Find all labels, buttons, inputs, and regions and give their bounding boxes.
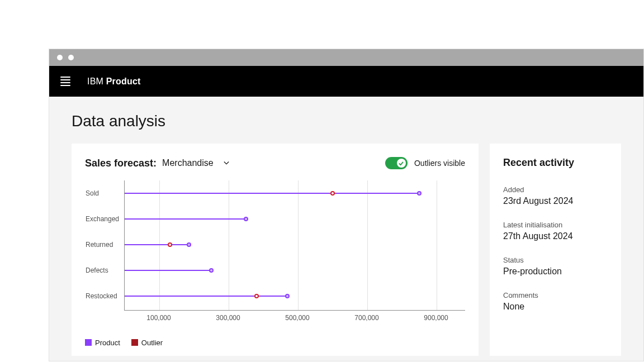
window-control-dot[interactable] bbox=[57, 55, 63, 60]
chart-row-label: Restocked bbox=[86, 292, 121, 300]
recent-field: Added 23rd August 2024 bbox=[503, 185, 608, 206]
chart-row-label: Exchanged bbox=[86, 215, 121, 223]
outliers-toggle-label: Outliers visible bbox=[414, 159, 465, 168]
app-header: IBM Product bbox=[49, 66, 643, 97]
field-label: Comments bbox=[503, 291, 608, 299]
outliers-toggle-group: Outliers visible bbox=[385, 157, 465, 169]
chart-row: Restocked bbox=[125, 283, 465, 309]
chart-xtick: 500,000 bbox=[285, 314, 309, 322]
sales-chart: SoldExchangedReturnedDefectsRestocked 10… bbox=[85, 180, 465, 339]
page-title: Data analysis bbox=[72, 112, 621, 130]
legend-item-outlier: Outlier bbox=[131, 339, 163, 347]
recent-activity-title: Recent activity bbox=[503, 157, 608, 169]
check-icon bbox=[399, 161, 404, 166]
field-label: Latest initialisation bbox=[503, 221, 608, 229]
chart-bar bbox=[125, 244, 189, 245]
chart-endpoint bbox=[244, 217, 248, 221]
chart-outlier bbox=[254, 294, 259, 298]
chart-endpoint bbox=[209, 268, 214, 273]
chart-bar bbox=[125, 218, 246, 220]
recent-field: Status Pre-production bbox=[503, 256, 608, 277]
recent-field: Comments None bbox=[503, 291, 608, 312]
toggle-knob bbox=[397, 159, 406, 168]
chart-legend: Product Outlier bbox=[85, 339, 465, 347]
chart-row-label: Returned bbox=[86, 241, 121, 249]
forecast-title-group: Sales forecast: Merchandise bbox=[85, 158, 229, 169]
chart-endpoint bbox=[285, 294, 290, 298]
recent-field: Latest initialisation 27th August 2024 bbox=[503, 221, 608, 241]
legend-item-product: Product bbox=[85, 339, 120, 347]
chart-row: Exchanged bbox=[125, 206, 465, 232]
chart-outlier bbox=[168, 242, 172, 247]
recent-activity-panel: Recent activity Added 23rd August 2024 L… bbox=[490, 144, 621, 356]
forecast-dropdown[interactable]: Merchandise bbox=[162, 158, 229, 168]
page-content: Data analysis Sales forecast: Merchandis… bbox=[49, 97, 643, 361]
field-value: 23rd August 2024 bbox=[503, 196, 608, 206]
chart-endpoint bbox=[187, 242, 191, 247]
chart-row-label: Sold bbox=[86, 189, 121, 197]
chart-row: Defects bbox=[125, 258, 465, 283]
chart-row: Returned bbox=[125, 232, 465, 258]
forecast-title: Sales forecast: bbox=[85, 158, 157, 169]
window-titlebar bbox=[49, 49, 643, 66]
brand-name: Product bbox=[106, 77, 141, 86]
legend-swatch bbox=[85, 339, 92, 346]
forecast-header: Sales forecast: Merchandise Outliers v bbox=[85, 157, 465, 169]
field-label: Status bbox=[503, 256, 608, 264]
chart-xtick: 700,000 bbox=[354, 314, 378, 322]
chart-outlier bbox=[330, 191, 335, 196]
legend-swatch bbox=[131, 339, 138, 346]
outliers-toggle[interactable] bbox=[385, 157, 408, 169]
panel-row: Sales forecast: Merchandise Outliers v bbox=[72, 144, 621, 356]
menu-icon[interactable] bbox=[60, 77, 70, 86]
brand-prefix: IBM bbox=[87, 77, 103, 86]
field-value: None bbox=[503, 302, 608, 312]
chart-row-label: Defects bbox=[86, 266, 121, 274]
chart-endpoint bbox=[417, 191, 422, 196]
chart-bar bbox=[125, 270, 211, 271]
window-control-dot[interactable] bbox=[68, 55, 74, 60]
forecast-selected: Merchandise bbox=[162, 158, 214, 168]
field-label: Added bbox=[503, 185, 608, 194]
chart-bar bbox=[125, 296, 287, 297]
app-window: IBM Product Data analysis Sales forecast… bbox=[49, 49, 644, 361]
chart-plot-area: SoldExchangedReturnedDefectsRestocked bbox=[124, 180, 465, 311]
field-value: Pre-production bbox=[503, 266, 608, 277]
chart-xtick: 100,000 bbox=[146, 314, 171, 322]
sales-forecast-panel: Sales forecast: Merchandise Outliers v bbox=[72, 144, 479, 356]
brand-label: IBM Product bbox=[87, 77, 141, 87]
chevron-down-icon bbox=[224, 160, 229, 166]
chart-bar bbox=[125, 193, 419, 194]
chart-x-axis: 100,000300,000500,000700,000900,000 bbox=[124, 314, 465, 323]
chart-xtick: 900,000 bbox=[424, 314, 448, 322]
chart-row: Sold bbox=[125, 180, 465, 206]
field-value: 27th August 2024 bbox=[503, 231, 608, 241]
chart-xtick: 300,000 bbox=[216, 314, 240, 322]
